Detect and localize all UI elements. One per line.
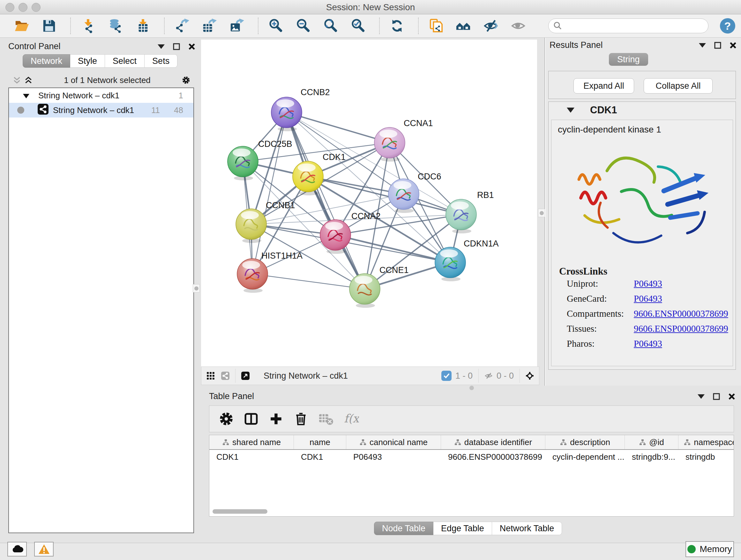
- gear-icon[interactable]: [218, 410, 235, 428]
- column-header-name[interactable]: name: [294, 435, 346, 449]
- split-columns-icon[interactable]: [243, 410, 260, 428]
- table-cell[interactable]: CDK1: [209, 452, 294, 462]
- birdseye-view-icon[interactable]: [241, 372, 250, 380]
- network-share-icon[interactable]: [221, 372, 229, 380]
- zoom-in-icon[interactable]: [267, 17, 285, 35]
- network-edge[interactable]: [335, 235, 450, 262]
- network-node-hist1h1a[interactable]: [237, 259, 268, 293]
- clone-network-icon[interactable]: [427, 17, 445, 35]
- network-node-cdkn1a[interactable]: [435, 247, 466, 281]
- network-node-ccnb1[interactable]: [236, 209, 266, 243]
- selected-nodes-checkbox[interactable]: [441, 371, 452, 381]
- zoom-fit-icon[interactable]: [322, 17, 340, 35]
- results-panel-menu-icon[interactable]: [698, 41, 706, 50]
- warnings-button[interactable]: [34, 542, 54, 557]
- crosslink-link[interactable]: P06493: [634, 294, 662, 304]
- bottom-splitter-handle[interactable]: [469, 386, 474, 390]
- column-header-description[interactable]: description: [545, 435, 625, 449]
- crosslink-link[interactable]: 9606.ENSP00000378699: [634, 323, 728, 334]
- search-input[interactable]: [562, 21, 698, 31]
- network-edge[interactable]: [308, 177, 461, 214]
- control-panel-float-icon[interactable]: [172, 43, 181, 51]
- crosslink-link[interactable]: P06493: [634, 338, 662, 349]
- gene-section-header[interactable]: CDK1: [549, 102, 736, 118]
- network-edge[interactable]: [253, 112, 286, 274]
- table-panel-float-icon[interactable]: [712, 392, 721, 401]
- table-cell[interactable]: cyclin-dependent ...: [545, 452, 625, 462]
- column-header-shared-name[interactable]: shared name: [209, 435, 294, 449]
- network-tree-row[interactable]: String Network – cdk11: [9, 88, 193, 103]
- add-column-icon[interactable]: [267, 410, 285, 428]
- tab-select[interactable]: Select: [105, 54, 145, 68]
- node-table[interactable]: shared namenamecanonical namedatabase id…: [209, 435, 734, 516]
- right-splitter-handle[interactable]: [538, 209, 545, 217]
- export-image-icon[interactable]: [228, 17, 246, 35]
- help-button[interactable]: ?: [720, 18, 735, 34]
- import-table-icon[interactable]: [134, 17, 152, 35]
- fit-selected-crosshair-icon[interactable]: [526, 372, 534, 380]
- network-node-cdc25b[interactable]: [227, 146, 258, 180]
- bundled-apps-icon[interactable]: [455, 17, 472, 35]
- import-network-database-icon[interactable]: [107, 17, 125, 35]
- results-panel-close-icon[interactable]: [729, 41, 737, 50]
- grid-mode-icon[interactable]: [206, 372, 215, 380]
- search-box[interactable]: [548, 18, 709, 33]
- table-cell[interactable]: P06493: [346, 452, 441, 462]
- table-cell[interactable]: stringdb:9...: [625, 452, 678, 462]
- tree-disclosure-icon[interactable]: [23, 91, 29, 101]
- open-folder-icon[interactable]: [13, 17, 30, 35]
- table-cell[interactable]: 9606.ENSP00000378699: [441, 452, 545, 462]
- crosslink-link[interactable]: P06493: [634, 278, 662, 289]
- zoom-out-icon[interactable]: [294, 17, 312, 35]
- save-session-icon[interactable]: [40, 17, 58, 35]
- export-table-icon[interactable]: [200, 17, 218, 35]
- table-cell[interactable]: CDK1: [294, 452, 346, 462]
- network-node-cdk1[interactable]: [293, 161, 323, 195]
- network-edge[interactable]: [286, 112, 390, 143]
- control-panel-close-icon[interactable]: [188, 43, 196, 51]
- gene-collapse-icon[interactable]: [566, 106, 575, 114]
- column-header-canonical-name[interactable]: canonical name: [346, 435, 441, 449]
- network-tree-row[interactable]: String Network – cdk11148: [9, 103, 193, 118]
- control-panel-menu-icon[interactable]: [157, 43, 165, 51]
- left-splitter-handle[interactable]: [193, 284, 200, 293]
- network-node-ccna1[interactable]: [374, 127, 405, 162]
- network-node-rb1[interactable]: [446, 199, 476, 233]
- collapse-all-button[interactable]: Collapse All: [644, 78, 713, 94]
- tab-network-table[interactable]: Network Table: [492, 522, 562, 535]
- collapse-all-networks-icon[interactable]: [13, 76, 21, 84]
- column-header-namespace[interactable]: namespace: [678, 435, 734, 449]
- tab-network[interactable]: Network: [23, 54, 70, 68]
- network-options-gear-icon[interactable]: [182, 76, 190, 84]
- network-edge[interactable]: [286, 112, 365, 289]
- results-panel-float-icon[interactable]: [714, 41, 722, 50]
- crosslink-link[interactable]: 9606.ENSP00000378699: [634, 308, 728, 319]
- tab-edge-table[interactable]: Edge Table: [433, 522, 492, 535]
- zoom-selected-icon[interactable]: [349, 17, 367, 35]
- network-node-cdc6[interactable]: [388, 179, 419, 213]
- network-node-ccnb2[interactable]: [271, 97, 302, 131]
- export-network-icon[interactable]: [173, 17, 191, 35]
- table-row[interactable]: CDK1CDK1P064939606.ENSP00000378699cyclin…: [209, 450, 734, 464]
- expand-all-button[interactable]: Expand All: [574, 78, 634, 94]
- network-node-ccne1[interactable]: [349, 273, 380, 308]
- column-header--id[interactable]: @id: [625, 435, 678, 449]
- network-node-ccna2[interactable]: [320, 220, 351, 254]
- delete-column-icon[interactable]: [292, 410, 310, 428]
- table-cell[interactable]: stringdb: [678, 452, 734, 462]
- network-view-canvas[interactable]: CCNB2CCNA1CDC25BCDK1CDC6RB1CCNB1CCNA2CDK…: [201, 40, 537, 367]
- refresh-layout-icon[interactable]: [388, 17, 406, 35]
- import-network-icon[interactable]: [79, 17, 97, 35]
- show-hide-graphics-icon[interactable]: [482, 17, 500, 35]
- network-edge[interactable]: [253, 274, 365, 289]
- column-header-database-identifier[interactable]: database identifier: [441, 435, 545, 449]
- table-horizontal-scrollbar[interactable]: [212, 509, 267, 514]
- tab-node-table[interactable]: Node Table: [374, 522, 433, 535]
- tab-sets[interactable]: Sets: [145, 54, 178, 68]
- expand-all-networks-icon[interactable]: [24, 76, 32, 84]
- tab-style[interactable]: Style: [70, 54, 105, 68]
- table-panel-close-icon[interactable]: [728, 392, 736, 401]
- memory-button[interactable]: Memory: [685, 541, 734, 557]
- tab-string[interactable]: String: [609, 53, 648, 66]
- network-graph[interactable]: CCNB2CCNA1CDC25BCDK1CDC6RB1CCNB1CCNA2CDK…: [201, 40, 537, 367]
